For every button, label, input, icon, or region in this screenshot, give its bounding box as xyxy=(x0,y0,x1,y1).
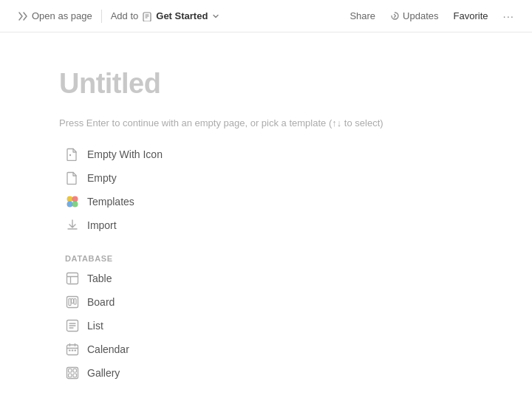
table-icon xyxy=(65,271,80,286)
topbar: Open as page Add to Get Started Share Up… xyxy=(0,0,532,32)
menu-item-empty-label: Empty xyxy=(87,172,117,184)
topbar-divider xyxy=(101,10,102,23)
menu-item-table-label: Table xyxy=(87,273,112,284)
menu-item-import-label: Import xyxy=(87,219,117,231)
database-section-label: DATABASE xyxy=(59,254,473,263)
svg-rect-20 xyxy=(73,374,77,377)
share-label: Share xyxy=(349,10,375,21)
menu-item-table[interactable]: Table xyxy=(59,267,473,289)
svg-rect-8 xyxy=(69,299,71,306)
hint-text: Press Enter to continue with an empty pa… xyxy=(59,117,473,129)
menu-item-import[interactable]: Import xyxy=(59,214,473,236)
menu-item-calendar[interactable]: Calendar xyxy=(59,338,473,360)
menu-item-empty-with-icon[interactable]: Empty With Icon xyxy=(59,143,473,165)
svg-point-3 xyxy=(72,196,78,202)
svg-point-1 xyxy=(69,154,71,156)
get-started-label: Get Started xyxy=(156,10,208,21)
menu-item-list[interactable]: List xyxy=(59,315,473,337)
more-button[interactable]: ··· xyxy=(497,7,520,25)
calendar-icon xyxy=(65,342,80,357)
main-content: Untitled Press Enter to continue with an… xyxy=(0,32,532,418)
updates-button[interactable]: Updates xyxy=(384,7,444,24)
svg-rect-14 xyxy=(72,350,74,352)
database-section: DATABASE Table xyxy=(59,254,473,384)
import-icon xyxy=(65,218,80,233)
gallery-icon xyxy=(65,366,80,380)
svg-rect-9 xyxy=(72,299,74,304)
topbar-right: Share Updates Favorite ··· xyxy=(344,7,520,25)
more-icon: ··· xyxy=(502,10,514,22)
templates-icon xyxy=(65,194,80,209)
template-menu-list: Empty With Icon Empty Templ xyxy=(59,143,473,236)
topbar-left: Open as page Add to Get Started xyxy=(12,7,226,24)
add-to-label: Add to xyxy=(111,10,139,21)
menu-item-gallery-label: Gallery xyxy=(87,367,120,379)
page-title: Untitled xyxy=(59,68,473,100)
updates-label: Updates xyxy=(403,10,438,21)
doc-plain-icon xyxy=(65,171,80,185)
menu-item-board-label: Board xyxy=(87,296,115,308)
menu-item-gallery[interactable]: Gallery xyxy=(59,362,473,384)
menu-item-templates[interactable]: Templates xyxy=(59,191,473,213)
svg-rect-19 xyxy=(69,374,72,377)
svg-rect-13 xyxy=(69,350,71,352)
menu-item-empty-with-icon-label: Empty With Icon xyxy=(87,148,163,160)
svg-rect-17 xyxy=(69,369,72,373)
favorite-label: Favorite xyxy=(454,10,488,21)
svg-point-2 xyxy=(67,196,73,202)
open-as-page-label: Open as page xyxy=(32,10,92,21)
svg-rect-0 xyxy=(143,13,151,21)
favorite-button[interactable]: Favorite xyxy=(448,7,494,24)
share-button[interactable]: Share xyxy=(344,7,381,24)
svg-rect-10 xyxy=(74,299,76,305)
svg-rect-6 xyxy=(67,273,78,284)
menu-item-list-label: List xyxy=(87,320,103,332)
menu-item-board[interactable]: Board xyxy=(59,291,473,313)
add-to-button[interactable]: Add to Get Started xyxy=(105,7,227,24)
svg-point-5 xyxy=(72,202,78,208)
svg-rect-18 xyxy=(73,369,77,373)
open-as-page-button[interactable]: Open as page xyxy=(12,7,98,24)
svg-point-4 xyxy=(67,202,73,208)
svg-rect-15 xyxy=(75,350,77,352)
doc-icon xyxy=(65,147,80,162)
menu-item-empty[interactable]: Empty xyxy=(59,167,473,189)
database-menu-list: Table Board xyxy=(59,267,473,384)
menu-item-calendar-label: Calendar xyxy=(87,343,129,355)
menu-item-templates-label: Templates xyxy=(87,196,134,208)
board-icon xyxy=(65,295,80,309)
list-icon xyxy=(65,318,80,333)
